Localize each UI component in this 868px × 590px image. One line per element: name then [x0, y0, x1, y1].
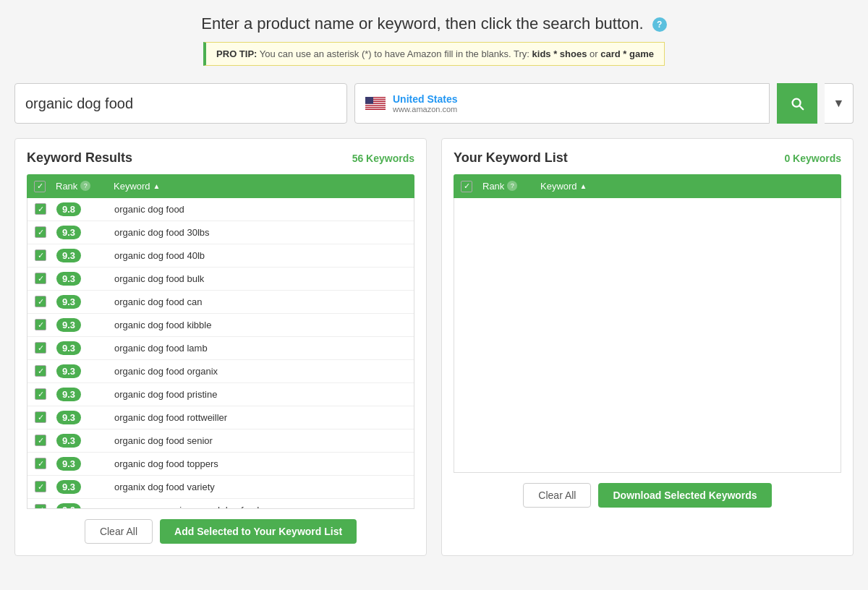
header-check-col[interactable] [34, 180, 56, 192]
row-rank-10: 9.3 [56, 434, 114, 448]
table-row: 9.3 organic dog food 40lb [27, 244, 414, 268]
country-name: United States [393, 93, 457, 105]
rank-badge-13: 9.0 [56, 503, 81, 509]
rank-badge-9: 9.3 [56, 411, 81, 424]
keyword-header: Keyword ▲ [114, 181, 407, 192]
row-rank-6: 9.3 [56, 341, 114, 355]
row-keyword-5: organic dog food kibble [114, 320, 407, 330]
rank-info-icon-right[interactable]: ? [507, 181, 517, 191]
row-keyword-11: organic dog food toppers [114, 458, 407, 469]
rank-header-right: Rank ? [482, 181, 540, 192]
row-keyword-8: organic dog food pristine [114, 389, 407, 400]
row-checkbox-2[interactable] [35, 249, 46, 261]
row-keyword-6: organic dog food lamb [114, 343, 407, 354]
table-row: 9.3 organic dog food senior [27, 429, 414, 453]
keyword-results-table-body: 9.8 organic dog food 9.3 organic dog foo… [27, 198, 414, 509]
keyword-results-header: Keyword Results 56 Keywords [27, 150, 414, 166]
table-row: 9.3 organic dog food kibble [27, 314, 414, 337]
row-checkbox-1[interactable] [35, 226, 46, 238]
keyword-results-buttons: Clear All Add Selected to Your Keyword L… [27, 519, 414, 544]
table-row: 9.3 organic dog food pristine [27, 383, 414, 406]
table-row: 9.3 organic dog food 30lbs [27, 221, 414, 244]
rank-badge-6: 9.3 [56, 341, 81, 355]
row-checkbox-11[interactable] [35, 458, 46, 469]
help-icon[interactable]: ? [652, 17, 667, 32]
country-select[interactable]: United States www.amazon.com [354, 83, 770, 124]
row-rank-9: 9.3 [56, 411, 114, 424]
rank-badge-5: 9.3 [56, 318, 81, 332]
row-checkbox-12[interactable] [35, 481, 46, 492]
search-button[interactable] [777, 83, 817, 124]
keyword-list-table-header: Rank ? Keyword ▲ [454, 174, 841, 198]
row-checkbox-8[interactable] [35, 388, 46, 400]
row-checkbox-5[interactable] [35, 319, 46, 330]
row-checkbox-4[interactable] [35, 296, 46, 307]
row-rank-12: 9.3 [56, 480, 114, 494]
row-check-0[interactable] [35, 203, 56, 215]
table-row: 9.3 organic dog food bulk [27, 268, 414, 291]
row-checkbox-3[interactable] [35, 273, 46, 284]
header-section: Enter a product name or keyword, then cl… [14, 14, 854, 66]
row-check-3[interactable] [35, 273, 56, 285]
keyword-sort-icon-right[interactable]: ▲ [580, 182, 587, 190]
table-row: 9.0 evangers organic canned dog food [27, 499, 414, 509]
row-check-4[interactable] [35, 296, 56, 308]
rank-badge-2: 9.3 [56, 249, 81, 262]
svg-rect-13 [365, 97, 373, 104]
clear-all-button-right[interactable]: Clear All [523, 483, 591, 508]
keyword-results-title: Keyword Results [27, 150, 132, 166]
rank-badge-11: 9.3 [56, 457, 81, 471]
clear-all-button-left[interactable]: Clear All [85, 519, 153, 544]
row-checkbox-7[interactable] [35, 365, 46, 377]
rank-badge-10: 9.3 [56, 434, 81, 448]
row-keyword-7: organic dog food organix [114, 366, 407, 377]
table-row: 9.3 organic dog food lamb [27, 337, 414, 360]
keyword-results-panel: Keyword Results 56 Keywords Rank ? Keywo… [14, 138, 427, 556]
row-rank-1: 9.3 [56, 226, 114, 239]
header-check-col-right[interactable] [461, 180, 482, 192]
table-row: 9.3 organix dog food variety [27, 476, 414, 499]
row-check-7[interactable] [35, 365, 56, 377]
row-checkbox-0[interactable] [35, 203, 46, 215]
row-check-5[interactable] [35, 319, 56, 331]
download-selected-button[interactable]: Download Selected Keywords [598, 483, 771, 508]
table-row: 9.3 organic dog food organix [27, 360, 414, 383]
select-all-checkbox-right[interactable] [461, 181, 472, 192]
row-check-12[interactable] [35, 481, 56, 493]
row-check-13[interactable] [35, 504, 56, 509]
row-checkbox-13[interactable] [35, 504, 46, 508]
row-checkbox-6[interactable] [35, 342, 46, 354]
row-checkbox-10[interactable] [35, 435, 46, 446]
row-check-2[interactable] [35, 249, 56, 262]
rank-badge-3: 9.3 [56, 272, 81, 286]
keyword-list-panel: Your Keyword List 0 Keywords Rank ? Keyw… [441, 138, 854, 556]
row-check-8[interactable] [35, 388, 56, 401]
row-check-6[interactable] [35, 342, 56, 354]
keyword-results-table-header: Rank ? Keyword ▲ [27, 174, 414, 198]
keyword-header-right: Keyword ▲ [540, 181, 834, 192]
row-rank-8: 9.3 [56, 388, 114, 401]
add-selected-button[interactable]: Add Selected to Your Keyword List [160, 519, 357, 544]
rank-badge-7: 9.3 [56, 364, 81, 378]
row-keyword-13: evangers organic canned dog food [114, 505, 407, 509]
row-rank-5: 9.3 [56, 318, 114, 332]
row-check-11[interactable] [35, 458, 56, 470]
row-check-10[interactable] [35, 435, 56, 447]
keyword-sort-icon[interactable]: ▲ [153, 182, 161, 190]
search-input[interactable] [14, 83, 347, 124]
row-rank-11: 9.3 [56, 457, 114, 471]
select-all-checkbox[interactable] [34, 181, 46, 192]
keyword-results-count: 56 Keywords [352, 153, 414, 164]
row-rank-0: 9.8 [56, 202, 114, 216]
row-checkbox-9[interactable] [35, 411, 46, 423]
svg-rect-9 [365, 106, 386, 106]
keyword-list-count: 0 Keywords [784, 153, 841, 164]
country-url: www.amazon.com [393, 105, 457, 114]
table-row: 9.3 organic dog food toppers [27, 453, 414, 476]
rank-info-icon[interactable]: ? [80, 181, 90, 191]
row-check-1[interactable] [35, 226, 56, 239]
country-dropdown-arrow[interactable]: ▼ [825, 83, 854, 124]
row-check-9[interactable] [35, 411, 56, 424]
rank-badge-4: 9.3 [56, 295, 81, 309]
table-row: 9.3 organic dog food rottweiller [27, 406, 414, 429]
